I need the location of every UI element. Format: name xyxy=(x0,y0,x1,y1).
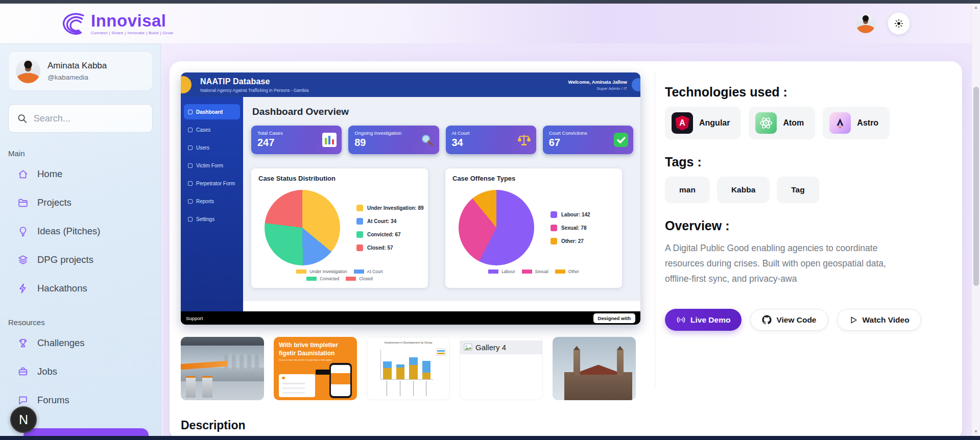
legend-label: Convicted xyxy=(320,276,339,281)
chart-card-case-offense-types: Case Offense TypesLabour: 142Sexual: 78O… xyxy=(445,168,622,288)
tech-chip-label: Astro xyxy=(857,118,878,128)
legend-swatch xyxy=(488,270,498,274)
promo-heading: With brive timpletter figetir Daunistati… xyxy=(274,337,357,357)
sidebar-item-label: Projects xyxy=(37,197,71,208)
preview-nav-item-label: Users xyxy=(196,145,209,151)
chart-legend-bottom: Under InvestigationAt CourtConvictedClos… xyxy=(278,269,401,281)
project-info-column: Technologies used : AAngularAtomAstro Ta… xyxy=(665,85,951,331)
overview-text: A Digital Public Good enabling agencies … xyxy=(665,240,909,286)
mini-bar-segment xyxy=(396,368,404,379)
chat-icon xyxy=(17,395,29,406)
tags-list: manKabbaTag xyxy=(665,177,951,203)
legend-swatch xyxy=(296,270,306,274)
preview-welcome-text: Welcome, Aminata Jallow xyxy=(568,79,627,85)
broadcast-icon xyxy=(676,315,686,325)
view-code-button[interactable]: View Code xyxy=(750,309,828,331)
tag-chip-kabba: Kabba xyxy=(717,177,770,203)
sidebar-user-card[interactable]: Aminata Kabba @kabamedia xyxy=(8,51,153,91)
broken-image-alt: Gallery 4 xyxy=(475,343,506,352)
preview-nav-item-label: Settings xyxy=(196,216,214,222)
watch-video-button[interactable]: Watch Video xyxy=(837,309,921,331)
legend-entry: At Court xyxy=(354,269,383,274)
search-input[interactable] xyxy=(34,113,144,124)
sidebar-item-label: Challenges xyxy=(37,337,85,349)
header-actions xyxy=(856,4,910,43)
legend-label: Closed xyxy=(359,276,372,281)
technologies-list: AAngularAtomAstro xyxy=(665,107,951,139)
building-body xyxy=(564,372,633,400)
scroll-down-arrow[interactable]: ▼ xyxy=(972,428,980,436)
column-divider xyxy=(655,72,655,389)
gallery-item-promo[interactable]: With brive timpletter figetir Daunistati… xyxy=(274,337,357,400)
chart-title: Case Offense Types xyxy=(452,175,615,182)
preview-footer-support: Support xyxy=(186,315,203,321)
scrollbar-thumb[interactable] xyxy=(973,87,979,286)
briefcase-icon xyxy=(17,366,29,377)
legend-label: Other xyxy=(568,269,579,274)
preview-nav-item-icon xyxy=(188,145,193,150)
overview-heading: Overview : xyxy=(665,218,951,233)
lightbulb-icon xyxy=(17,226,29,237)
preview-nav-item-label: Victim Form xyxy=(196,163,223,168)
sidebar-item-dpg[interactable]: DPG projects xyxy=(0,247,161,273)
legend-entry: Sexual xyxy=(522,269,548,274)
search-box[interactable] xyxy=(8,104,153,133)
sidebar-bottom-button[interactable] xyxy=(23,428,149,436)
scroll-up-arrow[interactable]: ▲ xyxy=(972,4,980,12)
legend-entry: At Court: 34 xyxy=(356,218,424,225)
brand-logo-icon xyxy=(60,10,88,37)
user-avatar xyxy=(16,59,40,83)
building-tower xyxy=(617,350,624,376)
mini-chart-bars xyxy=(380,350,433,380)
gallery-item-broken[interactable]: Gallery 4 xyxy=(460,337,543,400)
mini-chart-legend xyxy=(436,349,446,356)
mini-chart-xlabels xyxy=(380,381,433,396)
legend-entry: Closed xyxy=(346,276,372,281)
gallery-item-gas-station[interactable] xyxy=(181,337,264,400)
sidebar-item-label: DPG projects xyxy=(37,254,93,265)
app-header: Innovisal Connect | Share | Innovate | B… xyxy=(0,4,971,43)
preview-body: DashboardCasesUsersVictim FormPerpetrato… xyxy=(181,97,640,325)
mini-bar-segment xyxy=(422,373,431,379)
description-heading: Description xyxy=(181,419,640,432)
project-actions: Live Demo View Code Watch Video xyxy=(665,309,951,331)
sidebar-nav: MainHomeProjectsIdeas (Pitches)DPG proje… xyxy=(0,149,161,413)
mini-bar xyxy=(396,364,404,379)
sidebar-item-label: Hackathons xyxy=(37,283,87,294)
legend-label: Under Investigation xyxy=(309,269,347,274)
project-detail-card: NAATIP Database National Agency Against … xyxy=(170,61,962,440)
devtools-badge[interactable]: N xyxy=(10,406,37,433)
live-demo-button[interactable]: Live Demo xyxy=(665,309,742,331)
gallery-item-building[interactable] xyxy=(553,337,636,400)
sidebar: Aminata Kabba @kabamedia MainHomeProject… xyxy=(0,43,161,436)
legend-entry: Convicted xyxy=(306,276,339,281)
view-code-label: View Code xyxy=(776,315,816,325)
header-avatar[interactable] xyxy=(856,14,875,33)
trophy-icon xyxy=(17,337,29,349)
chart-legend-right: Under Investigation: 89At Court: 34Convi… xyxy=(356,190,424,265)
sidebar-item-ideas[interactable]: Ideas (Pitches) xyxy=(0,218,161,245)
scales-icon xyxy=(517,133,531,147)
sidebar-item-jobs[interactable]: Jobs xyxy=(0,358,161,385)
legend-label: At Court: 34 xyxy=(367,218,396,224)
home-icon xyxy=(17,168,29,180)
legend-label: Labour xyxy=(501,269,515,274)
preview-nav-item-dashboard: Dashboard xyxy=(184,104,240,119)
mini-bar-segment xyxy=(422,361,431,373)
legend-swatch xyxy=(354,270,364,274)
user-name: Aminata Kabba xyxy=(47,61,107,71)
gallery-item-chart[interactable]: Involvement in Development by Group xyxy=(367,337,450,400)
gas-pump xyxy=(202,376,212,398)
sidebar-item-projects[interactable]: Projects xyxy=(0,189,161,216)
sidebar-item-hackathons[interactable]: Hackathons xyxy=(0,275,161,302)
theme-toggle-button[interactable] xyxy=(888,12,910,35)
window-scrollbar[interactable]: ▲ ▼ xyxy=(971,4,980,436)
watch-video-label: Watch Video xyxy=(863,315,910,325)
preview-nav-item-users: Users xyxy=(184,140,240,155)
project-media-column: NAATIP Database National Agency Against … xyxy=(181,72,640,432)
sidebar-item-label: Forums xyxy=(37,395,69,406)
brand[interactable]: Innovisal Connect | Share | Innovate | B… xyxy=(60,10,173,37)
dashboard-preview-image[interactable]: NAATIP Database National Agency Against … xyxy=(181,72,640,325)
sidebar-item-challenges[interactable]: Challenges xyxy=(0,330,161,356)
sidebar-item-home[interactable]: Home xyxy=(0,161,161,187)
